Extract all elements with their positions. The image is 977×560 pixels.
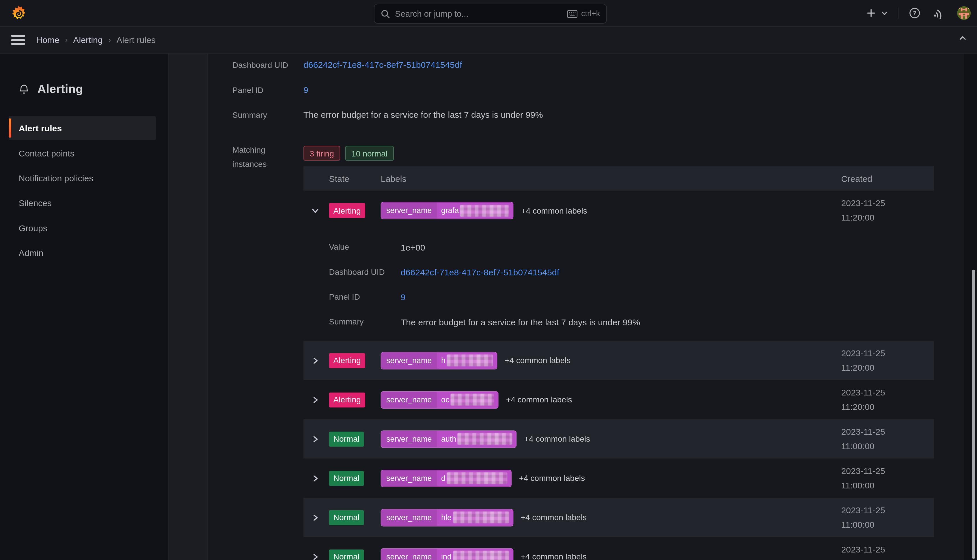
- label-pill: server_nameh: [381, 352, 497, 369]
- label-pill-value: auth: [437, 431, 516, 447]
- instance-row[interactable]: Normalserver_nameauth+4 common labels202…: [303, 419, 934, 458]
- chevron-down-icon: [312, 207, 319, 215]
- breadcrumb-separator-icon: ›: [108, 35, 111, 44]
- section-nav-list: Alert rulesContact pointsNotification po…: [9, 116, 156, 265]
- topbar-actions: ?: [864, 0, 970, 26]
- chevron-right-icon: [312, 474, 319, 482]
- news-button[interactable]: [931, 4, 948, 23]
- created-cell: 2023-11-2511:20:00: [841, 190, 885, 230]
- expand-row-button[interactable]: [312, 190, 319, 230]
- expand-row-button[interactable]: [312, 380, 319, 419]
- label-pill: server_nameauth: [381, 430, 517, 447]
- search-bar[interactable]: ctrl+k: [374, 4, 607, 24]
- chevron-right-icon: [312, 396, 319, 403]
- created-date: 2023-11-25: [841, 464, 885, 478]
- common-labels-text: +4 common labels: [520, 513, 586, 522]
- redacted-label-value: [458, 433, 512, 445]
- redacted-label-value: [451, 394, 494, 405]
- sidebar-item-label: Silences: [19, 198, 52, 208]
- collapse-header-button[interactable]: [958, 34, 967, 45]
- created-time: 11:20:00: [841, 400, 885, 414]
- expanded-instance-details: Value1e+00Dashboard UIDd66242cf-71e8-417…: [303, 231, 934, 341]
- annotation-field-value[interactable]: d66242cf-71e8-417c-8ef7-51b0741545df: [303, 58, 462, 72]
- state-badge: Alerting: [329, 353, 365, 368]
- labels-cell: server_nameind+4 common labels: [381, 548, 587, 560]
- matching-instances-row: Matching instances: [232, 143, 282, 171]
- breadcrumb-bar: Home›Alerting›Alert rules: [0, 27, 977, 54]
- sidebar-item-alert-rules[interactable]: Alert rules: [9, 116, 156, 140]
- instance-detail-value: 1e+00: [401, 241, 425, 253]
- instance-row[interactable]: Alertingserver_nameoc+4 common labels202…: [303, 380, 934, 419]
- labels-cell: server_nameauth+4 common labels: [381, 430, 590, 447]
- sidebar-item-notification-policies[interactable]: Notification policies: [9, 166, 156, 190]
- instance-detail-label: Value: [329, 241, 401, 253]
- instance-detail-row: Dashboard UIDd66242cf-71e8-417c-8ef7-51b…: [329, 266, 560, 278]
- help-button[interactable]: ?: [906, 4, 923, 23]
- redacted-label-value: [460, 205, 509, 217]
- created-date: 2023-11-25: [841, 385, 885, 400]
- common-labels-text: +4 common labels: [521, 206, 587, 215]
- instance-row[interactable]: Normalserver_nameind+4 common labels2023…: [303, 537, 934, 560]
- created-cell: 2023-11-2511:00:00: [841, 458, 885, 498]
- created-time: 11:20:00: [841, 210, 885, 225]
- column-header-labels: Labels: [381, 173, 407, 183]
- created-date: 2023-11-25: [841, 542, 885, 557]
- sidebar-item-silences[interactable]: Silences: [9, 190, 156, 215]
- grafana-logo-icon[interactable]: [11, 5, 27, 21]
- state-badge: Normal: [329, 510, 364, 525]
- chevron-right-icon: [312, 435, 319, 443]
- menu-toggle-button[interactable]: [11, 35, 25, 45]
- annotation-field-value[interactable]: 9: [303, 83, 308, 97]
- instance-detail-row: SummaryThe error budget for a service fo…: [329, 316, 640, 328]
- created-date: 2023-11-25: [841, 425, 885, 439]
- expand-row-button[interactable]: [312, 537, 319, 560]
- breadcrumb-item[interactable]: Alerting: [73, 35, 102, 45]
- sidebar-item-label: Notification policies: [19, 173, 93, 183]
- instance-row[interactable]: Normalserver_namehle+4 common labels2023…: [303, 498, 934, 537]
- expand-row-button[interactable]: [312, 498, 319, 537]
- created-date: 2023-11-25: [841, 503, 885, 518]
- instance-detail-value: The error budget for a service for the l…: [401, 316, 640, 328]
- instance-state-summary: 3 firing 10 normal: [303, 146, 394, 161]
- sidebar-item-contact-points[interactable]: Contact points: [9, 141, 156, 165]
- sidebar-item-groups[interactable]: Groups: [9, 216, 156, 240]
- label-pill-value-prefix: oc: [441, 395, 449, 404]
- add-menu-caret[interactable]: [879, 4, 890, 23]
- redacted-label-value: [453, 512, 509, 523]
- table-header: State Labels Created: [303, 166, 934, 190]
- add-button[interactable]: [864, 4, 879, 23]
- expand-row-button[interactable]: [312, 419, 319, 458]
- instance-detail-value[interactable]: d66242cf-71e8-417c-8ef7-51b0741545df: [401, 266, 559, 278]
- instance-row[interactable]: Normalserver_named+4 common labels2023-1…: [303, 458, 934, 498]
- avatar-pixel-art: [957, 7, 970, 20]
- sidebar-item-label: Groups: [19, 223, 47, 233]
- sidebar-item-admin[interactable]: Admin: [9, 240, 156, 265]
- matching-instances-table: State Labels Created Alertingserver_name…: [303, 166, 934, 560]
- breadcrumb-item[interactable]: Home: [36, 35, 60, 45]
- instance-detail-value[interactable]: 9: [401, 291, 406, 303]
- labels-cell: server_nameh+4 common labels: [381, 352, 571, 369]
- label-pill-key: server_name: [382, 470, 437, 486]
- scrollbar-thumb[interactable]: [972, 270, 975, 558]
- state-badge: Alerting: [329, 392, 365, 407]
- column-header-state: State: [329, 173, 350, 183]
- section-title: Alerting: [19, 82, 83, 96]
- search-input[interactable]: [390, 9, 567, 18]
- sidebar-item-label: Admin: [19, 248, 43, 258]
- expand-row-button[interactable]: [312, 458, 319, 498]
- annotation-field-row: Dashboard UIDd66242cf-71e8-417c-8ef7-51b…: [232, 58, 462, 72]
- common-labels-text: +4 common labels: [519, 473, 585, 483]
- rss-icon: [934, 7, 946, 19]
- instance-detail-row: Value1e+00: [329, 241, 425, 253]
- label-pill-value: d: [437, 470, 511, 486]
- scrollbar-track[interactable]: [964, 54, 977, 560]
- instance-row[interactable]: Alertingserver_nameh+4 common labels2023…: [303, 341, 934, 380]
- state-cell: Alerting: [329, 392, 365, 407]
- redacted-label-value: [447, 355, 493, 366]
- chevron-down-icon: [881, 10, 888, 17]
- label-pill: server_namehle: [381, 508, 514, 526]
- user-avatar[interactable]: [957, 7, 970, 20]
- expand-row-button[interactable]: [312, 341, 319, 380]
- label-pill-key: server_name: [382, 548, 437, 560]
- instance-row[interactable]: Alertingserver_namegrafa+4 common labels…: [303, 190, 934, 230]
